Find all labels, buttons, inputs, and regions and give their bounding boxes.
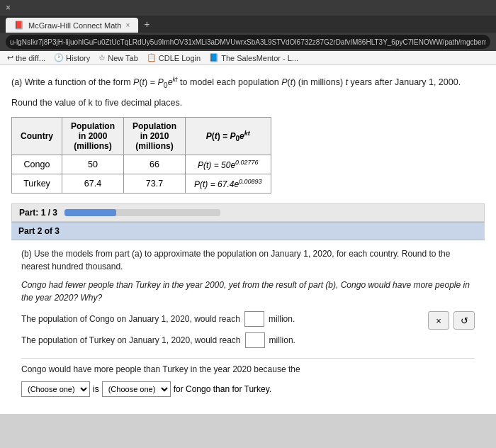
part-indicator: Part: 1 / 3 [11,203,485,222]
col-formula: P(t) = P0ekt [186,118,271,155]
turkey-pop2010: 73.7 [124,174,186,194]
browser-titlebar: × [0,0,496,16]
salesmentor-icon: 📘 [209,53,219,62]
country-congo: Congo [12,155,62,174]
choose-select-1[interactable]: (Choose one) [21,381,90,397]
bookmark-cdle-label: CDLE Login [159,54,201,62]
part2-question: (b) Use the models from part (a) to appr… [21,247,475,273]
url-input[interactable] [6,35,490,49]
bookmark-newtab[interactable]: ☆ New Tab [98,53,138,62]
congo-input-line: The population of Congo on January 1, 20… [21,311,295,327]
diff-icon: ↩ [7,53,13,62]
bookmark-history-label: History [66,54,90,62]
is-text: is [93,384,99,394]
turkey-input-line: The population of Turkey on January 1, 2… [21,332,295,348]
action-buttons: × ↺ [428,311,475,330]
congo-unit: million. [269,314,295,324]
progress-fill [64,209,116,216]
congo-pop2010: 66 [124,155,186,174]
congo-answer-input[interactable] [244,311,264,327]
choose-wrapper: (Choose one) is (Choose one) for Congo t… [21,381,475,397]
country-turkey: Turkey [12,174,62,194]
table-row: Turkey 67.4 73.7 P(t) = 67.4e0.00893 [12,174,271,194]
bookmark-cdle[interactable]: 📋 CDLE Login [147,53,201,62]
browser-close-btn[interactable]: × [6,3,11,13]
bookmarks-bar: ↩ the diff... 🕐 History ☆ New Tab 📋 CDLE… [0,51,496,65]
col-country: Country [12,118,62,155]
history-icon: 🕐 [54,53,64,62]
star-icon: ☆ [98,53,106,62]
turkey-line-text: The population of Turkey on January 1, 2… [21,335,241,345]
round-instruction: Round the value of k to five decimal pla… [11,96,485,110]
problem-part-a-text: (a) Write a function of the form P(t) = … [11,75,485,91]
divider [21,358,475,359]
bookmark-diff-label: the diff... [16,54,45,62]
tab-favicon: 📕 [14,21,24,30]
congo-pop2000: 50 [62,155,124,174]
part2-header: Part 2 of 3 [11,222,485,240]
turkey-formula: P(t) = 67.4e0.00893 [186,174,271,194]
bookmark-salesmentor[interactable]: 📘 The SalesMentor - L... [209,53,298,62]
col-pop2000: Populationin 2000(millions) [62,118,124,155]
tab-label: McGraw-Hill Connect Math [28,21,121,30]
bookmark-diff[interactable]: ↩ the diff... [7,53,45,62]
bookmark-salesmentor-label: The SalesMentor - L... [221,54,298,62]
bookmark-history[interactable]: 🕐 History [54,53,90,62]
cdle-icon: 📋 [147,53,157,62]
col-pop2010: Populationin 2010(millions) [124,118,186,155]
for-text: for Congo than for Turkey. [174,384,272,394]
undo-btn[interactable]: ↺ [453,311,475,330]
turkey-pop2000: 67.4 [62,174,124,194]
address-bar [0,33,496,51]
tab-close-btn[interactable]: × [125,21,130,29]
action-row: The population of Congo on January 1, 20… [21,311,475,354]
turkey-unit: million. [269,335,295,345]
tab-mcgraw[interactable]: 📕 McGraw-Hill Connect Math × [6,18,138,33]
part2-content: (b) Use the models from part (a) to appr… [11,240,485,404]
congo-line-text: The population of Congo on January 1, 20… [21,314,240,324]
italic-note: Congo had fewer people than Turkey in th… [21,279,475,304]
table-row: Congo 50 66 P(t) = 50e0.02776 [12,155,271,174]
page-content: (a) Write a function of the form P(t) = … [0,65,496,414]
tab-bar: 📕 McGraw-Hill Connect Math × + [0,16,496,33]
turkey-answer-input[interactable] [245,332,265,348]
explain-text: Congo would have more people than Turkey… [21,363,475,376]
population-table: Country Populationin 2000(millions) Popu… [11,117,271,194]
new-tab-btn[interactable]: + [138,16,155,33]
bookmark-newtab-label: New Tab [108,54,138,62]
clear-btn[interactable]: × [428,311,449,330]
congo-formula: P(t) = 50e0.02776 [186,155,271,174]
part-label: Part: 1 / 3 [19,208,57,218]
progress-bar [64,209,220,216]
choose-select-2[interactable]: (Choose one) [102,381,171,397]
